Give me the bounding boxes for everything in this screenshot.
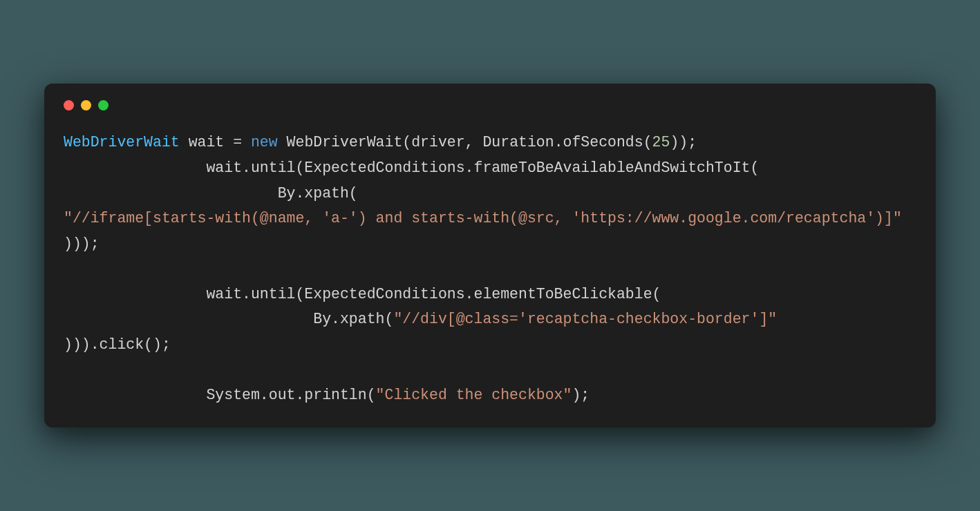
code-token: wait = [180, 134, 251, 151]
code-token: By.xpath( [64, 185, 358, 202]
code-token: wait.until(ExpectedConditions.elementToB… [64, 286, 661, 302]
code-content: WebDriverWait wait = new WebDriverWait(d… [64, 130, 916, 407]
code-token-string: "//iframe[starts-with(@name, 'a-') and s… [64, 210, 902, 226]
code-token: ); [572, 387, 590, 403]
code-token: System.out.println( [64, 387, 376, 403]
code-window: WebDriverWait wait = new WebDriverWait(d… [44, 84, 936, 427]
minimize-icon[interactable] [81, 100, 91, 110]
code-token-string: "Clicked the checkbox" [376, 387, 572, 403]
code-token: ))); [64, 235, 100, 252]
window-controls [64, 100, 916, 110]
code-token-type: WebDriverWait [64, 134, 180, 151]
code-token-number: 25 [652, 134, 670, 151]
code-token: )); [670, 134, 697, 151]
code-token-keyword: new [251, 134, 278, 151]
maximize-icon[interactable] [98, 100, 109, 110]
code-token: ))).click(); [64, 336, 171, 353]
code-token: By.xpath( [64, 311, 393, 327]
close-icon[interactable] [64, 100, 74, 110]
code-token: wait.until(ExpectedConditions.frameToBeA… [64, 160, 759, 176]
code-token: WebDriverWait(driver, Duration.ofSeconds… [278, 134, 652, 151]
code-token-string: "//div[@class='recaptcha-checkbox-border… [393, 311, 777, 327]
